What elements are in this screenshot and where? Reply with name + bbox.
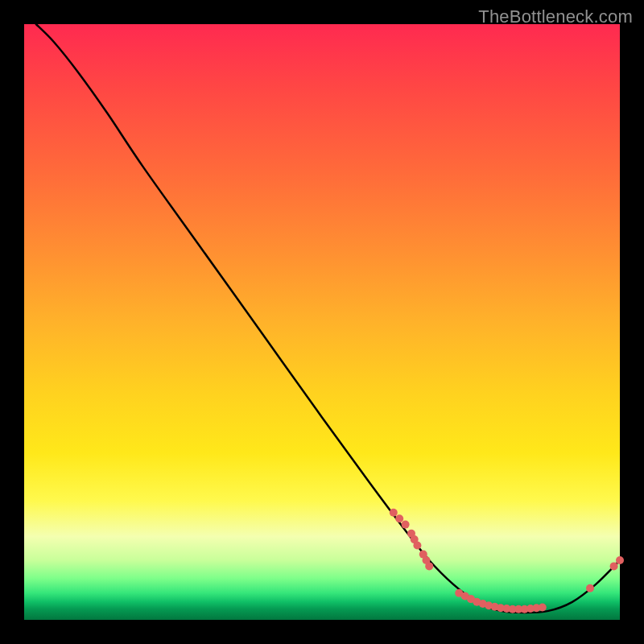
curve-marker	[425, 562, 433, 570]
curve-marker	[395, 514, 403, 522]
curve-marker	[539, 603, 547, 611]
curve-marker	[413, 542, 421, 550]
curve-marker	[586, 584, 594, 592]
plot-area	[24, 24, 620, 620]
chart-stage: TheBottleneck.com	[0, 0, 644, 644]
chart-svg	[24, 24, 620, 620]
curve-marker	[610, 562, 618, 570]
bottleneck-curve	[36, 24, 620, 613]
curve-marker	[402, 521, 410, 529]
curve-marker	[390, 509, 398, 517]
curve-marker	[616, 556, 624, 564]
curve-markers	[390, 509, 624, 613]
